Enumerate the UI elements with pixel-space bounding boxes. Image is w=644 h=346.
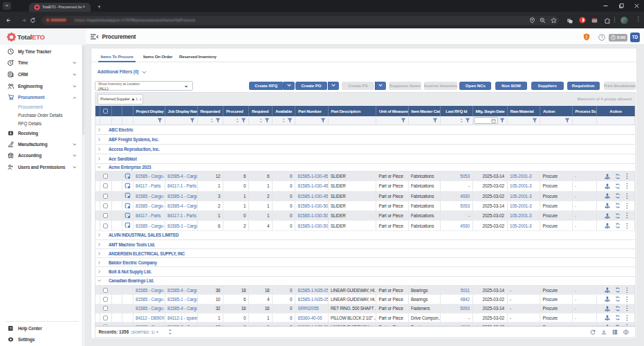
svg-text:?: ? <box>600 35 603 39</box>
svg-text:?: ? <box>10 327 12 331</box>
svg-text:!: ! <box>586 35 587 39</box>
